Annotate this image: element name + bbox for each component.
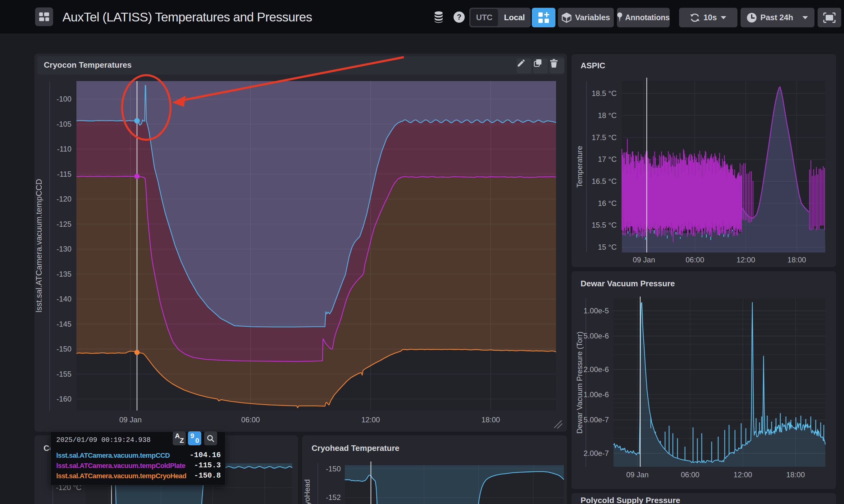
svg-text:09 Jan: 09 Jan <box>119 415 142 424</box>
svg-text:12:00: 12:00 <box>737 256 755 264</box>
svg-text:-105: -105 <box>56 120 71 128</box>
svg-text:09 Jan: 09 Jan <box>626 470 649 479</box>
svg-text:-150: -150 <box>56 345 71 353</box>
svg-text:Polycold Supply Pressure: Polycold Supply Pressure <box>580 496 680 504</box>
svg-text:12:00: 12:00 <box>733 470 752 479</box>
svg-text:15.5 °C: 15.5 °C <box>592 221 617 229</box>
svg-text:lsst.sal.ATCamera.vacuum.tempC: lsst.sal.ATCamera.vacuum.tempCryoHead <box>303 479 311 504</box>
svg-text:-120: -120 <box>56 195 71 203</box>
svg-text:1.00e-6: 1.00e-6 <box>584 390 609 399</box>
svg-text:Dewar Vacuum Pressure: Dewar Vacuum Pressure <box>580 279 675 288</box>
svg-text:5.00e-6: 5.00e-6 <box>584 332 609 340</box>
svg-text:Cryohead Temperature: Cryohead Temperature <box>311 444 399 453</box>
svg-text:06:00: 06:00 <box>681 470 700 479</box>
svg-text:16 °C: 16 °C <box>598 199 617 208</box>
svg-text:5.00e-7: 5.00e-7 <box>584 415 609 424</box>
svg-text:-110: -110 <box>57 145 71 153</box>
svg-text:ASPIC: ASPIC <box>580 61 606 70</box>
svg-text:18:00: 18:00 <box>786 470 805 479</box>
svg-text:16.5 °C: 16.5 °C <box>592 177 617 185</box>
svg-text:-140: -140 <box>56 295 71 303</box>
svg-text:-150: -150 <box>326 465 341 473</box>
svg-text:06:00: 06:00 <box>241 415 260 424</box>
svg-text:Temperature: Temperature <box>575 146 584 188</box>
svg-text:12:00: 12:00 <box>361 415 380 424</box>
svg-text:lsst.sal.ATCamera.vacuum.tempC: lsst.sal.ATCamera.vacuum.tempCCD <box>35 179 43 312</box>
svg-text:-100: -100 <box>56 95 71 103</box>
svg-text:17.5 °C: 17.5 °C <box>592 133 617 142</box>
svg-text:-125: -125 <box>56 220 71 228</box>
svg-text:1.00e-5: 1.00e-5 <box>584 306 609 315</box>
svg-text:?: ? <box>457 13 462 21</box>
svg-text:06:00: 06:00 <box>686 256 704 264</box>
svg-text:18 °C: 18 °C <box>598 111 617 120</box>
svg-text:-130: -130 <box>56 245 71 253</box>
svg-text:2.00e-7: 2.00e-7 <box>584 449 609 457</box>
svg-text:-152: -152 <box>326 493 341 502</box>
svg-text:-135: -135 <box>56 270 71 278</box>
svg-text:-115: -115 <box>57 170 71 178</box>
svg-text:Dewar Vacuum Pressure (Torr): Dewar Vacuum Pressure (Torr) <box>575 332 584 434</box>
svg-text:18:00: 18:00 <box>482 415 500 424</box>
svg-text:-155: -155 <box>56 370 71 378</box>
svg-text:18:00: 18:00 <box>788 256 806 264</box>
svg-text:17 °C: 17 °C <box>598 155 617 163</box>
svg-text:18.5 °C: 18.5 °C <box>592 89 617 97</box>
svg-text:09 Jan: 09 Jan <box>633 256 655 264</box>
svg-text:-145: -145 <box>56 320 71 328</box>
svg-text:15 °C: 15 °C <box>598 243 617 251</box>
svg-text:2.00e-6: 2.00e-6 <box>584 365 609 374</box>
svg-text:-160: -160 <box>56 395 71 403</box>
